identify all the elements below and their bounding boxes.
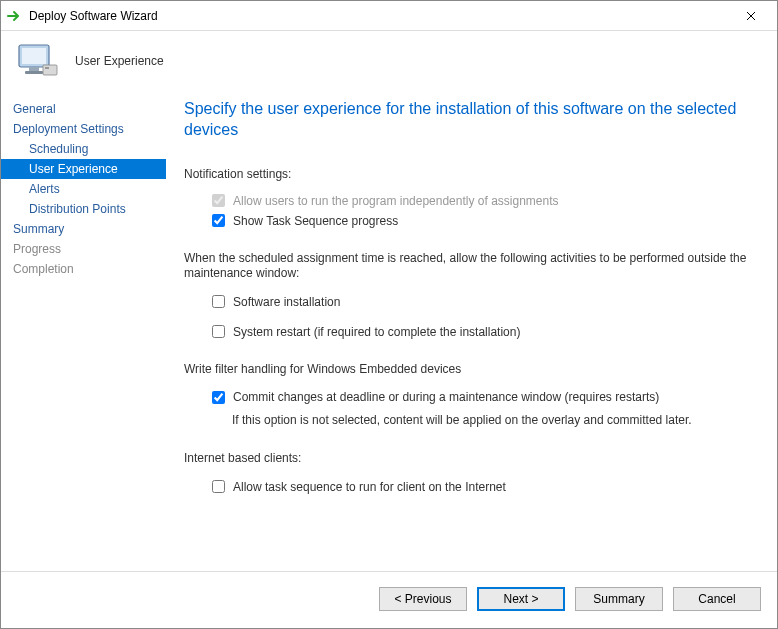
sidebar-item-completion: Completion <box>1 259 166 279</box>
sidebar-item-deployment-settings[interactable]: Deployment Settings <box>1 119 166 139</box>
sidebar-item-alerts[interactable]: Alerts <box>1 179 166 199</box>
software-install-checkbox[interactable] <box>212 295 225 308</box>
commit-changes-checkbox[interactable] <box>212 391 225 404</box>
sidebar-item-scheduling[interactable]: Scheduling <box>1 139 166 159</box>
sidebar-item-progress: Progress <box>1 239 166 259</box>
system-restart-row[interactable]: System restart (if required to complete … <box>184 322 759 342</box>
close-button[interactable] <box>731 2 771 30</box>
internet-clients-label: Internet based clients: <box>184 451 759 467</box>
previous-button[interactable]: < Previous <box>379 587 467 611</box>
allow-run-independent-checkbox <box>212 194 225 207</box>
svg-rect-1 <box>22 48 46 64</box>
main-area: GeneralDeployment SettingsSchedulingUser… <box>1 91 777 571</box>
window-title: Deploy Software Wizard <box>29 9 731 23</box>
summary-button[interactable]: Summary <box>575 587 663 611</box>
commit-changes-row[interactable]: Commit changes at deadline or during a m… <box>184 387 759 407</box>
svg-rect-3 <box>25 71 43 74</box>
titlebar: Deploy Software Wizard <box>1 1 777 31</box>
allow-internet-checkbox[interactable] <box>212 480 225 493</box>
system-restart-label: System restart (if required to complete … <box>233 325 520 339</box>
wizard-header: User Experience <box>1 31 777 91</box>
cancel-button[interactable]: Cancel <box>673 587 761 611</box>
show-ts-progress-row[interactable]: Show Task Sequence progress <box>184 211 759 231</box>
commit-changes-hint: If this option is not selected, content … <box>184 407 759 427</box>
allow-run-independent-row: Allow users to run the program independe… <box>184 191 759 211</box>
sidebar-item-summary[interactable]: Summary <box>1 219 166 239</box>
notification-settings-label: Notification settings: <box>184 167 759 181</box>
svg-rect-5 <box>45 67 49 69</box>
page-heading: Specify the user experience for the inst… <box>184 99 759 141</box>
allow-internet-row[interactable]: Allow task sequence to run for client on… <box>184 477 759 497</box>
when-reached-text: When the scheduled assignment time is re… <box>184 251 759 282</box>
write-filter-label: Write filter handling for Windows Embedd… <box>184 362 759 378</box>
allow-internet-label: Allow task sequence to run for client on… <box>233 480 506 494</box>
header-subtitle: User Experience <box>75 54 164 68</box>
show-ts-progress-label: Show Task Sequence progress <box>233 214 398 228</box>
show-ts-progress-checkbox[interactable] <box>212 214 225 227</box>
svg-rect-4 <box>43 65 57 75</box>
wizard-sidebar: GeneralDeployment SettingsSchedulingUser… <box>1 91 166 571</box>
sidebar-item-distribution-points[interactable]: Distribution Points <box>1 199 166 219</box>
software-install-label: Software installation <box>233 295 340 309</box>
sidebar-item-general[interactable]: General <box>1 99 166 119</box>
wizard-content: Specify the user experience for the inst… <box>166 91 777 571</box>
app-icon <box>7 8 23 24</box>
monitor-icon <box>13 37 61 85</box>
sidebar-item-user-experience[interactable]: User Experience <box>1 159 166 179</box>
software-install-row[interactable]: Software installation <box>184 292 759 312</box>
system-restart-checkbox[interactable] <box>212 325 225 338</box>
svg-rect-2 <box>29 67 39 71</box>
allow-run-independent-label: Allow users to run the program independe… <box>233 194 559 208</box>
next-button[interactable]: Next > <box>477 587 565 611</box>
commit-changes-label: Commit changes at deadline or during a m… <box>233 390 659 404</box>
button-bar: < Previous Next > Summary Cancel <box>1 571 777 625</box>
